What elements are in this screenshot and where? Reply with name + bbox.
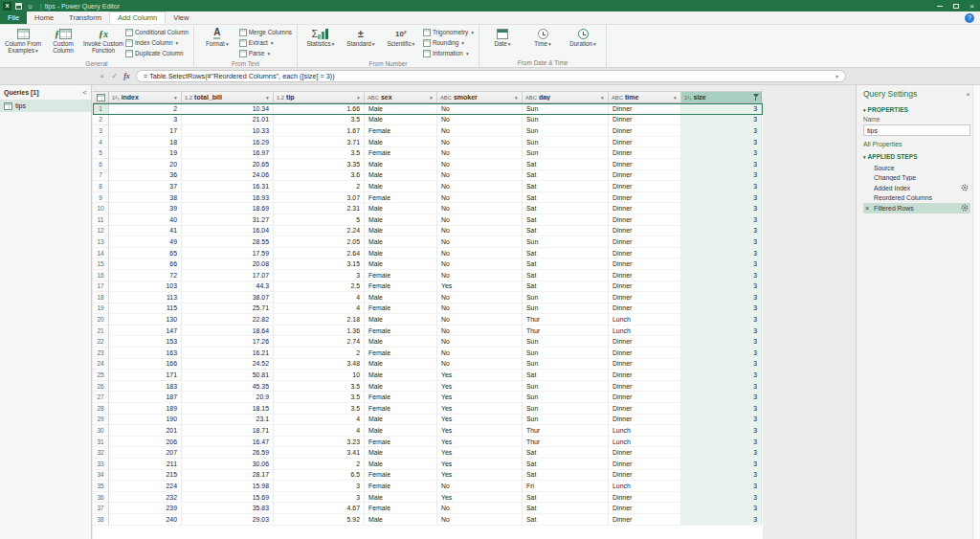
cell-smoker[interactable]: No	[437, 303, 523, 315]
cell-sex[interactable]: Male	[365, 226, 437, 237]
cell-smoker[interactable]: No	[437, 236, 523, 248]
row-number[interactable]: 24	[93, 359, 109, 371]
cell-smoker[interactable]: No	[437, 258, 523, 270]
cell-index[interactable]: 166	[109, 359, 182, 371]
cell-time[interactable]: Dinner	[609, 115, 681, 126]
cell-index[interactable]: 40	[109, 214, 182, 226]
cell-index[interactable]: 18	[109, 137, 182, 148]
cell-tip[interactable]: 3	[274, 481, 365, 492]
cell-day[interactable]: Fri	[523, 481, 609, 492]
cell-tip[interactable]: 4	[274, 415, 365, 426]
column-dropdown-icon[interactable]: ▾	[427, 95, 435, 101]
cell-day[interactable]: Sun	[523, 381, 609, 393]
cell-smoker[interactable]: Yes	[437, 403, 523, 415]
cell-tip[interactable]: 4.67	[274, 503, 365, 514]
cell-day[interactable]: Sat	[523, 159, 609, 170]
invoke-custom-function-button[interactable]: ƒx Invoke Custom Function	[83, 26, 123, 59]
cell-total_bill[interactable]: 24.52	[182, 359, 274, 371]
cell-day[interactable]: Sat	[523, 181, 609, 192]
cell-day[interactable]: Sat	[523, 214, 609, 226]
date-button[interactable]: Date▾	[482, 26, 523, 58]
cell-total_bill[interactable]: 28.55	[182, 236, 274, 248]
cell-total_bill[interactable]: 26.59	[182, 447, 274, 459]
row-number[interactable]: 30	[93, 425, 109, 437]
cell-time[interactable]: Dinner	[609, 292, 681, 303]
cell-day[interactable]: Sat	[523, 514, 609, 526]
cell-time[interactable]: Dinner	[609, 181, 681, 192]
cell-sex[interactable]: Male	[365, 447, 437, 459]
cell-day[interactable]: Sat	[523, 447, 609, 459]
duplicate-column-button[interactable]: Duplicate Column	[125, 48, 189, 58]
cell-sex[interactable]: Male	[365, 314, 437, 326]
cell-day[interactable]: Sun	[523, 303, 609, 315]
gear-icon[interactable]	[961, 204, 969, 212]
cell-tip[interactable]: 3.5	[274, 392, 365, 403]
cell-size[interactable]: 3	[681, 348, 762, 359]
applied-step-changed-type[interactable]: Changed Type	[863, 173, 970, 184]
cell-time[interactable]: Dinner	[609, 203, 681, 214]
formula-expand-icon[interactable]: ▾	[835, 73, 838, 79]
cell-size[interactable]: 3	[681, 236, 762, 248]
column-header-size[interactable]: 1²₃size	[681, 92, 762, 102]
cell-total_bill[interactable]: 18.15	[182, 403, 274, 415]
cell-time[interactable]: Dinner	[609, 192, 681, 204]
trigonometry-button[interactable]: Trigonometry▾	[423, 27, 474, 37]
close-settings-icon[interactable]: ×	[966, 90, 970, 99]
cell-tip[interactable]: 2.05	[274, 236, 365, 248]
close-button[interactable]: ×	[964, 0, 980, 11]
cell-total_bill[interactable]: 20.08	[182, 258, 274, 270]
cell-total_bill[interactable]: 16.31	[182, 181, 274, 192]
cell-sex[interactable]: Female	[365, 303, 437, 315]
properties-heading[interactable]: ▾ PROPERTIES	[863, 106, 970, 113]
cell-total_bill[interactable]: 24.06	[182, 170, 274, 182]
cell-total_bill[interactable]: 16.04	[182, 226, 274, 237]
row-number[interactable]: 10	[93, 203, 109, 214]
cell-tip[interactable]: 2.31	[274, 203, 365, 214]
column-dropdown-icon[interactable]: ▾	[354, 95, 363, 101]
cell-sex[interactable]: Male	[365, 370, 437, 381]
cell-smoker[interactable]: No	[437, 336, 523, 348]
cell-tip[interactable]: 3.71	[274, 137, 365, 148]
cell-time[interactable]: Dinner	[609, 336, 681, 348]
cell-smoker[interactable]: No	[437, 326, 523, 337]
cell-size[interactable]: 3	[681, 103, 762, 115]
cell-sex[interactable]: Female	[365, 192, 437, 204]
cell-total_bill[interactable]: 38.07	[182, 292, 274, 303]
cell-smoker[interactable]: Yes	[437, 425, 523, 437]
cell-sex[interactable]: Female	[365, 481, 437, 492]
cell-tip[interactable]: 3.15	[274, 258, 365, 270]
cell-total_bill[interactable]: 23.1	[182, 415, 274, 426]
cell-index[interactable]: 36	[109, 170, 182, 182]
column-header-total_bill[interactable]: 1.2total_bill▾	[182, 92, 274, 102]
cell-sex[interactable]: Male	[365, 159, 437, 170]
cell-day[interactable]: Thur	[523, 425, 609, 437]
cell-index[interactable]: 232	[109, 492, 182, 504]
row-number[interactable]: 26	[93, 381, 109, 393]
cell-sex[interactable]: Female	[365, 403, 437, 415]
cell-total_bill[interactable]: 45.35	[182, 381, 274, 393]
cell-tip[interactable]: 3.6	[274, 170, 365, 182]
applied-steps-heading[interactable]: ▾ APPLIED STEPS	[863, 153, 970, 160]
cell-tip[interactable]: 6.5	[274, 470, 365, 482]
cancel-formula-icon[interactable]: ×	[96, 72, 108, 80]
row-number[interactable]: 32	[93, 447, 109, 459]
cell-tip[interactable]: 3.5	[274, 381, 365, 393]
cell-day[interactable]: Sat	[523, 270, 609, 281]
cell-index[interactable]: 115	[109, 303, 182, 315]
cell-sex[interactable]: Male	[365, 359, 437, 371]
cell-size[interactable]: 3	[681, 381, 762, 393]
cell-tip[interactable]: 2	[274, 181, 365, 192]
cell-tip[interactable]: 3.23	[274, 437, 365, 448]
cell-smoker[interactable]: No	[437, 214, 523, 226]
row-number[interactable]: 13	[93, 236, 109, 248]
cell-day[interactable]: Sat	[523, 459, 609, 470]
cell-smoker[interactable]: Yes	[437, 492, 523, 504]
cell-time[interactable]: Dinner	[609, 348, 681, 359]
row-number[interactable]: 6	[93, 159, 109, 170]
cell-smoker[interactable]: No	[437, 147, 523, 159]
filter-funnel-icon[interactable]	[751, 94, 760, 101]
cell-smoker[interactable]: Yes	[437, 470, 523, 482]
cell-sex[interactable]: Male	[365, 214, 437, 226]
row-number[interactable]: 22	[93, 336, 109, 348]
cell-size[interactable]: 3	[681, 514, 762, 526]
